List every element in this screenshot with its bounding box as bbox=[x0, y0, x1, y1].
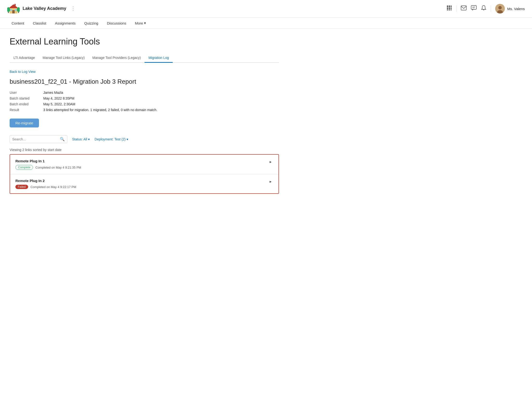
nav-more-chevron: ▾ bbox=[144, 21, 146, 25]
link-name-2: Remote Plug In 2 bbox=[15, 179, 268, 183]
tabs: LTI Advantage Manage Tool Links (Legacy)… bbox=[10, 53, 279, 63]
logo-icon bbox=[7, 2, 20, 15]
deployment-filter-label: Deployment: Test (2) bbox=[95, 137, 126, 141]
value-batch-ended: May 5, 2022, 2:30AM bbox=[43, 102, 75, 106]
svg-rect-20 bbox=[471, 6, 476, 9]
svg-rect-19 bbox=[461, 6, 466, 10]
svg-rect-10 bbox=[447, 6, 448, 7]
status-filter-chevron: ▾ bbox=[88, 137, 90, 141]
details-row-batch-ended: Batch ended May 5, 2022, 2:30AM bbox=[10, 102, 279, 106]
details-row-batch-started: Batch started May 4, 2022 8:35PM bbox=[10, 96, 279, 100]
search-filter-row: 🔍 Status: All ▾ Deployment: Test (2) ▾ bbox=[10, 135, 279, 143]
report-details: User James Mazla Batch started May 4, 20… bbox=[10, 91, 279, 112]
label-batch-ended: Batch ended bbox=[10, 102, 43, 106]
mail-icon[interactable] bbox=[461, 6, 467, 12]
school-name: Lake Valley Academy bbox=[23, 6, 66, 11]
main-nav: Content Classlist Assignments Quizzing D… bbox=[0, 18, 532, 29]
link-content-2: Remote Plug In 2 Failed Completed on May… bbox=[15, 179, 268, 189]
label-result: Result bbox=[10, 108, 43, 112]
deployment-filter-button[interactable]: Deployment: Test (2) ▾ bbox=[95, 137, 128, 141]
svg-marker-1 bbox=[9, 4, 18, 8]
svg-point-24 bbox=[498, 6, 502, 9]
svg-rect-2 bbox=[12, 10, 15, 13]
header-divider-2 bbox=[491, 5, 491, 12]
links-container: Remote Plug In 1 Complete Completed on M… bbox=[10, 154, 279, 194]
report-title: business201_f22_01 - Migration Job 3 Rep… bbox=[10, 78, 279, 85]
svg-rect-4 bbox=[15, 9, 17, 11]
main-content: External Learning Tools LTI Advantage Ma… bbox=[0, 29, 289, 202]
header-divider bbox=[456, 5, 456, 12]
back-to-log-view-link[interactable]: Back to Log View bbox=[10, 70, 36, 74]
nav-discussions[interactable]: Discussions bbox=[103, 18, 131, 29]
value-user: James Mazla bbox=[43, 91, 63, 95]
badge-complete-1: Complete bbox=[15, 165, 33, 170]
tab-manage-tool-links[interactable]: Manage Tool Links (Legacy) bbox=[39, 53, 89, 63]
details-row-user: User James Mazla bbox=[10, 91, 279, 95]
status-filter-label: Status: All bbox=[72, 137, 87, 141]
svg-rect-3 bbox=[10, 9, 12, 11]
page-title: External Learning Tools bbox=[10, 37, 279, 47]
nav-content[interactable]: Content bbox=[7, 18, 29, 29]
grid-icon[interactable] bbox=[447, 5, 452, 12]
header-right: Ms. Valens bbox=[447, 4, 525, 13]
avatar bbox=[495, 4, 505, 13]
link-item-2: Remote Plug In 2 Failed Completed on May… bbox=[10, 174, 279, 193]
user-name: Ms. Valens bbox=[507, 7, 525, 11]
badge-failed-2: Failed bbox=[15, 185, 28, 189]
details-row-result: Result 3 links attempted for migration. … bbox=[10, 108, 279, 112]
tab-lti-advantage[interactable]: LTI Advantage bbox=[10, 53, 39, 63]
tab-migration-log[interactable]: Migration Log bbox=[145, 53, 173, 63]
svg-rect-13 bbox=[447, 7, 448, 9]
svg-rect-12 bbox=[451, 6, 452, 7]
svg-rect-16 bbox=[447, 9, 448, 10]
label-batch-started: Batch started bbox=[10, 96, 43, 100]
link-item: Remote Plug In 1 Complete Completed on M… bbox=[10, 155, 279, 174]
link-name-1: Remote Plug In 1 bbox=[15, 159, 268, 163]
user-info[interactable]: Ms. Valens bbox=[495, 4, 525, 13]
nav-more[interactable]: More ▾ bbox=[131, 18, 150, 29]
viewing-count: Viewing 2 links sorted by start date bbox=[10, 148, 279, 152]
bell-icon[interactable] bbox=[481, 5, 486, 12]
nav-assignments[interactable]: Assignments bbox=[51, 18, 80, 29]
link-status-row-2: Failed Completed on May 4 9:22:17 PM bbox=[15, 185, 268, 189]
deployment-filter-chevron: ▾ bbox=[127, 137, 128, 141]
nav-classlist[interactable]: Classlist bbox=[29, 18, 51, 29]
svg-rect-5 bbox=[14, 4, 16, 6]
header-dots[interactable]: ⋮ bbox=[70, 6, 76, 12]
svg-rect-17 bbox=[449, 9, 450, 10]
chevron-right-icon-1[interactable]: ► bbox=[268, 159, 273, 165]
value-result: 3 links attempted for migration. 1 migra… bbox=[43, 108, 157, 112]
status-filter-button[interactable]: Status: All ▾ bbox=[72, 137, 90, 141]
link-date-1: Completed on May 4 9:21:35 PM bbox=[35, 166, 81, 169]
search-icon[interactable]: 🔍 bbox=[60, 137, 65, 141]
header: Lake Valley Academy ⋮ bbox=[0, 0, 532, 18]
header-left: Lake Valley Academy ⋮ bbox=[7, 2, 76, 15]
svg-rect-15 bbox=[451, 7, 452, 9]
chevron-right-icon-2[interactable]: ► bbox=[268, 179, 273, 184]
nav-more-label: More bbox=[135, 21, 143, 25]
link-date-2: Completed on May 4 9:22:17 PM bbox=[31, 185, 76, 189]
chat-icon[interactable] bbox=[471, 5, 477, 12]
svg-rect-11 bbox=[449, 6, 450, 7]
value-batch-started: May 4, 2022 8:35PM bbox=[43, 96, 74, 100]
search-box: 🔍 bbox=[10, 135, 67, 143]
svg-rect-18 bbox=[451, 9, 452, 10]
nav-quizzing[interactable]: Quizzing bbox=[80, 18, 102, 29]
label-user: User bbox=[10, 91, 43, 95]
svg-rect-14 bbox=[449, 7, 450, 9]
link-content-1: Remote Plug In 1 Complete Completed on M… bbox=[15, 159, 268, 170]
tab-manage-tool-providers[interactable]: Manage Tool Providers (Legacy) bbox=[89, 53, 145, 63]
search-input[interactable] bbox=[12, 137, 60, 141]
remigrate-button[interactable]: Re-migrate bbox=[10, 119, 39, 127]
link-status-row-1: Complete Completed on May 4 9:21:35 PM bbox=[15, 165, 268, 170]
